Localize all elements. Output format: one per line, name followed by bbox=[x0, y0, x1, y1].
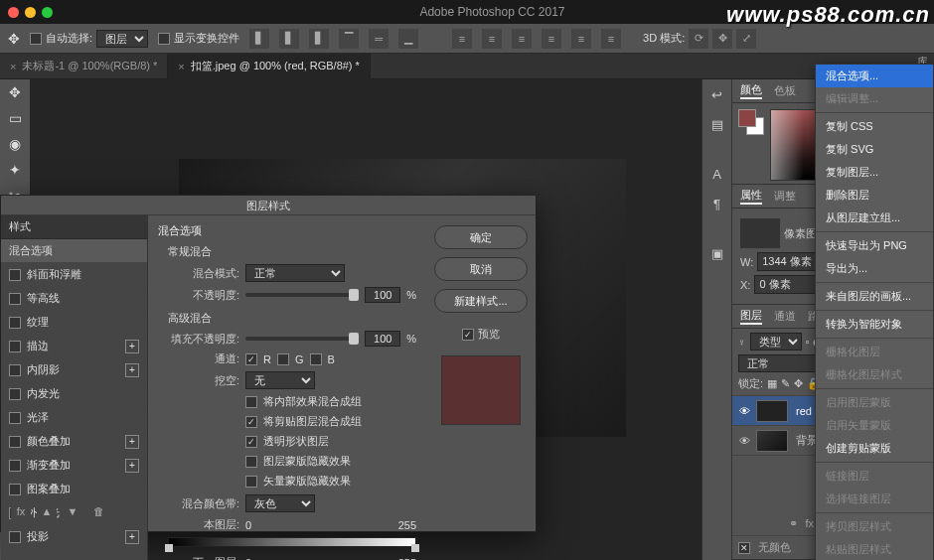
marquee-tool[interactable]: ▭ bbox=[0, 105, 30, 131]
cb-clip-group[interactable] bbox=[245, 416, 257, 428]
cancel-button[interactable]: 取消 bbox=[434, 257, 528, 281]
style-row[interactable]: 光泽 bbox=[1, 406, 147, 430]
maximize-window-icon[interactable] bbox=[42, 7, 53, 18]
style-row[interactable]: 描边+ bbox=[1, 335, 147, 358]
knockout-select[interactable]: 无 bbox=[245, 371, 315, 389]
align-right-icon[interactable]: ▋ bbox=[309, 29, 329, 49]
cb-trans-shape[interactable] bbox=[245, 436, 257, 448]
style-enable-checkbox[interactable] bbox=[9, 460, 21, 472]
style-enable-checkbox[interactable] bbox=[9, 388, 21, 400]
context-menu-item[interactable]: 复制图层... bbox=[816, 161, 933, 184]
style-row[interactable]: 投影+ bbox=[1, 525, 147, 549]
tab-close-icon[interactable]: × bbox=[178, 61, 184, 72]
align-top-icon[interactable]: ▔ bbox=[339, 29, 359, 49]
style-enable-checkbox[interactable] bbox=[9, 269, 21, 281]
context-menu-item[interactable]: 转换为智能对象 bbox=[816, 313, 933, 336]
lock-paint-icon[interactable]: ✎ bbox=[781, 377, 790, 390]
style-row[interactable]: 内阴影+ bbox=[1, 358, 147, 382]
context-menu-item[interactable]: 复制 CSS bbox=[816, 115, 933, 138]
style-enable-checkbox[interactable] bbox=[9, 436, 21, 448]
distribute-icon-2[interactable]: ≡ bbox=[482, 29, 502, 49]
auto-select-checkbox[interactable] bbox=[30, 33, 42, 45]
add-effect-icon[interactable]: + bbox=[125, 435, 139, 449]
tab-color[interactable]: 颜色 bbox=[740, 82, 762, 99]
lasso-tool[interactable]: ◉ bbox=[0, 131, 30, 157]
context-menu-item[interactable]: 快速导出为 PNG bbox=[816, 234, 933, 257]
cb-layer-mask[interactable] bbox=[245, 456, 257, 468]
lock-trans-icon[interactable]: ▦ bbox=[767, 377, 777, 390]
distribute-icon-1[interactable]: ≡ bbox=[452, 29, 472, 49]
fg-bg-swatches[interactable] bbox=[738, 109, 764, 135]
3d-pan-icon[interactable]: ✥ bbox=[712, 29, 732, 49]
opacity-value[interactable]: 100 bbox=[365, 287, 400, 303]
paragraph-icon[interactable]: ¶ bbox=[702, 189, 731, 218]
context-menu-item[interactable]: 复制 SVG bbox=[816, 138, 933, 161]
foreground-swatch[interactable] bbox=[738, 109, 756, 127]
channel-g-checkbox[interactable] bbox=[277, 353, 289, 365]
document-tab-1[interactable]: × 未标题-1 @ 100%(RGB/8) * bbox=[0, 54, 168, 79]
layer-thumb[interactable] bbox=[756, 430, 788, 452]
layer-kind-select[interactable]: 类型 bbox=[750, 333, 802, 350]
fx-up-icon[interactable]: ▲ bbox=[37, 501, 57, 521]
opacity-slider[interactable] bbox=[245, 293, 359, 297]
tab-properties[interactable]: 属性 bbox=[740, 188, 762, 205]
align-center-icon[interactable]: ▋ bbox=[279, 29, 299, 49]
tab-layers[interactable]: 图层 bbox=[740, 308, 762, 325]
context-menu-item[interactable]: 删除图层 bbox=[816, 184, 933, 207]
distribute-icon-6[interactable]: ≡ bbox=[601, 29, 621, 49]
visibility-icon[interactable]: 👁 bbox=[736, 405, 752, 417]
fx-icon[interactable]: fx bbox=[806, 517, 815, 529]
styles-header[interactable]: 样式 bbox=[1, 215, 147, 239]
add-effect-icon[interactable]: + bbox=[125, 340, 139, 353]
3d-zoom-icon[interactable]: ⤢ bbox=[736, 29, 756, 49]
show-transform-checkbox[interactable] bbox=[158, 33, 170, 45]
history-icon[interactable]: ↩ bbox=[702, 79, 731, 109]
no-color-checkbox[interactable]: ✕ bbox=[738, 542, 750, 554]
filter-img-icon[interactable]: ▫ bbox=[806, 336, 810, 348]
add-effect-icon[interactable]: + bbox=[125, 363, 139, 377]
style-row[interactable]: 内发光 bbox=[1, 382, 147, 406]
fill-opacity-value[interactable]: 100 bbox=[365, 331, 400, 347]
blend-if-select[interactable]: 灰色 bbox=[245, 494, 315, 512]
ok-button[interactable]: 确定 bbox=[434, 225, 528, 249]
style-enable-checkbox[interactable] bbox=[9, 531, 21, 543]
align-left-icon[interactable]: ▋ bbox=[249, 29, 269, 49]
cb-internal-fx[interactable] bbox=[245, 396, 257, 408]
this-layer-gradient[interactable] bbox=[168, 537, 416, 547]
style-enable-checkbox[interactable] bbox=[9, 317, 21, 329]
gradient-handle-low[interactable] bbox=[165, 544, 173, 552]
minimize-window-icon[interactable] bbox=[25, 7, 36, 18]
character-icon[interactable]: A bbox=[702, 159, 731, 189]
distribute-icon-5[interactable]: ≡ bbox=[571, 29, 591, 49]
auto-select-group[interactable]: 自动选择: 图层 bbox=[30, 30, 148, 48]
style-enable-checkbox[interactable] bbox=[9, 484, 21, 495]
visibility-icon[interactable]: 👁 bbox=[736, 435, 752, 447]
3d-orbit-icon[interactable]: ⟳ bbox=[689, 29, 708, 49]
lock-pos-icon[interactable]: ✥ bbox=[794, 377, 803, 390]
add-effect-icon[interactable]: + bbox=[125, 530, 139, 544]
context-menu-item[interactable]: 混合选项... bbox=[816, 65, 933, 87]
gradient-handle-high[interactable] bbox=[411, 544, 419, 552]
tab-swatches[interactable]: 色板 bbox=[774, 83, 796, 98]
x-field[interactable]: 0 像素 bbox=[754, 275, 824, 294]
move-tool-icon[interactable]: ✥ bbox=[8, 31, 20, 47]
style-row[interactable]: 混合选项 bbox=[1, 239, 147, 263]
context-menu-item[interactable]: 来自图层的画板... bbox=[816, 285, 933, 308]
style-enable-checkbox[interactable] bbox=[9, 364, 21, 376]
preview-checkbox[interactable] bbox=[462, 329, 474, 341]
link-layers-icon[interactable]: ⚭ bbox=[789, 517, 798, 530]
preview-toggle[interactable]: 预览 bbox=[462, 327, 500, 342]
channel-b-checkbox[interactable] bbox=[310, 353, 322, 365]
crop-presets-icon[interactable]: ▣ bbox=[702, 238, 731, 268]
context-menu-item[interactable]: 创建剪贴蒙版 bbox=[816, 437, 933, 460]
channel-r-checkbox[interactable] bbox=[245, 353, 257, 365]
add-effect-icon[interactable]: + bbox=[125, 459, 139, 473]
distribute-icon-4[interactable]: ≡ bbox=[542, 29, 561, 49]
close-window-icon[interactable] bbox=[8, 7, 19, 18]
context-menu-item[interactable]: 导出为... bbox=[816, 257, 933, 280]
fx-add-icon[interactable]: fx bbox=[11, 501, 31, 521]
distribute-icon-3[interactable]: ≡ bbox=[512, 29, 532, 49]
context-menu-item[interactable]: 从图层建立组... bbox=[816, 207, 933, 229]
style-row[interactable]: 颜色叠加+ bbox=[1, 430, 147, 454]
style-row[interactable]: 等高线 bbox=[1, 287, 147, 311]
